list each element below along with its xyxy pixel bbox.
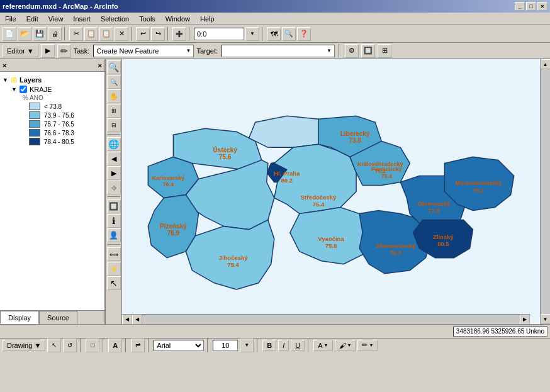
menu-edit[interactable]: Edit	[24, 14, 41, 24]
svg-text:Moravskoslezský: Moravskoslezský	[455, 180, 502, 186]
maximize-button[interactable]: □	[526, 2, 536, 11]
legend-item-4: 76.6 - 78.3	[29, 129, 102, 137]
font-color-button[interactable]: A ▼	[313, 340, 332, 351]
minimize-button[interactable]: _	[515, 2, 525, 11]
toc-close-button[interactable]: ×	[98, 62, 102, 69]
measure-tool[interactable]: ⟺	[107, 247, 121, 261]
copy-button[interactable]: 📋	[84, 27, 98, 41]
convert-button[interactable]: ⇌	[131, 339, 145, 352]
separator	[125, 339, 128, 352]
legend-label-2: 73.9 - 75.6	[44, 112, 74, 119]
menu-view[interactable]: View	[46, 14, 66, 24]
help-button[interactable]: ❓	[297, 27, 311, 41]
scroll-left-button[interactable]: ◀	[122, 315, 132, 325]
legend-item-2: 73.9 - 75.6	[29, 111, 102, 119]
italic-button[interactable]: I	[278, 340, 289, 351]
horizontal-scrollbar[interactable]: ◀ ◀ ▶	[122, 314, 530, 324]
editor-dropdown-button[interactable]: Editor ▼	[3, 45, 38, 57]
fixed-zoom-in-tool[interactable]: ⊞	[107, 104, 121, 118]
font-name-select[interactable]: Arial	[154, 340, 204, 351]
scroll-up-button[interactable]: ▲	[541, 59, 551, 69]
zoom-in-button[interactable]: 🔍	[282, 27, 296, 41]
identify-tool[interactable]: ℹ	[107, 214, 121, 228]
arrow-select-tool[interactable]: ↖	[107, 276, 121, 290]
sketch-props-button[interactable]: ⚙	[345, 44, 359, 58]
svg-text:80.5: 80.5	[437, 240, 449, 247]
target-dropdown[interactable]: ▼	[222, 45, 335, 57]
drawing-toolbar: Drawing ▼ ↖ ↺ □ A ⇌ Arial ▼ B I U A ▼ 🖌 …	[0, 338, 550, 352]
scroll-down-button[interactable]: ▼	[541, 314, 551, 324]
fill-color-button[interactable]: 🖌 ▼	[335, 340, 356, 351]
toc-body: ▼ ⊞ Layers ▼ KRAJE % ANO < 73.8	[0, 72, 104, 310]
table-of-contents: × × ▼ ⊞ Layers ▼ KRAJE % ANO	[0, 59, 106, 324]
bold-button[interactable]: B	[262, 340, 276, 351]
task-dropdown[interactable]: Create New Feature ▼	[93, 45, 194, 57]
rectangle-draw-button[interactable]: □	[86, 339, 99, 352]
vertical-scrollbar[interactable]: ▲ ▼	[540, 59, 550, 324]
arrow-select-draw-button[interactable]: ↖	[47, 339, 61, 352]
open-button[interactable]: 📂	[18, 27, 31, 41]
legend-label-5: 78.4 - 80.5	[44, 138, 74, 145]
tab-source[interactable]: Source	[39, 311, 77, 324]
scroll-right-button[interactable]: ▶	[520, 315, 530, 325]
separator	[167, 27, 170, 41]
add-data-button[interactable]: ✚	[172, 27, 186, 41]
globe-tool[interactable]: 🌐	[107, 137, 121, 151]
legend-swatch-4	[29, 129, 40, 137]
forward-tool[interactable]: ▶	[107, 166, 121, 180]
vertex-button[interactable]: 🔲	[361, 44, 375, 58]
drawing-dropdown-button[interactable]: Drawing ▼	[3, 340, 45, 351]
zoom-in-tool[interactable]: 🔍	[107, 60, 121, 74]
magnify-tool[interactable]: 🔲	[107, 199, 121, 213]
topology-button[interactable]: ⊞	[378, 44, 391, 58]
pan-tool[interactable]: ✋	[107, 89, 121, 103]
menu-tools[interactable]: Tools	[137, 14, 158, 24]
window-controls[interactable]: _ □ ×	[515, 2, 547, 11]
cut-button[interactable]: ✂	[69, 27, 83, 41]
new-button[interactable]: 📄	[3, 27, 16, 41]
legend-label-3: 75.7 - 76.5	[44, 121, 74, 128]
svg-text:75.8: 75.8	[325, 242, 337, 249]
legend-swatch-2	[29, 111, 40, 119]
redo-button[interactable]: ↪	[151, 27, 165, 41]
svg-text:75.4: 75.4	[227, 261, 239, 268]
hyperlink-tool[interactable]: ⚡	[107, 262, 121, 276]
back-tool[interactable]: ◀	[107, 152, 121, 165]
svg-text:Olomoucký: Olomoucký	[417, 200, 451, 207]
undo-button[interactable]: ↩	[136, 27, 150, 41]
svg-marker-5	[186, 160, 274, 229]
menu-file[interactable]: File	[3, 14, 19, 24]
sketch-tool-button[interactable]: ▶	[41, 44, 55, 58]
edit-tool-button[interactable]: ✏	[57, 44, 71, 58]
scroll-right-button-1[interactable]: ◀	[132, 315, 142, 325]
expand-icon[interactable]: ▼	[3, 77, 8, 83]
rotate-button[interactable]: ↺	[63, 339, 77, 352]
paste-button[interactable]: 📋	[99, 27, 113, 41]
menu-window[interactable]: Window	[163, 14, 193, 24]
save-button[interactable]: 💾	[33, 27, 47, 41]
map-viewport[interactable]: Liberecký 73.8 Ústecký 75.6 Karlovarský …	[122, 59, 540, 324]
map-svg: Liberecký 73.8 Ústecký 75.6 Karlovarský …	[122, 59, 540, 324]
close-button[interactable]: ×	[537, 2, 547, 11]
tab-display[interactable]: Display	[0, 311, 39, 324]
app-title: referendum.mxd - ArcMap - ArcInfo	[3, 3, 118, 10]
zoom-to-full-button[interactable]: 🗺	[267, 27, 281, 41]
print-button[interactable]: 🖨	[48, 27, 62, 41]
underline-button[interactable]: U	[291, 340, 305, 351]
menu-selection[interactable]: Selection	[98, 14, 132, 24]
menu-insert[interactable]: Insert	[70, 14, 93, 24]
menu-help[interactable]: Help	[198, 14, 217, 24]
search-tool[interactable]: 👤	[107, 228, 121, 242]
zoom-out-tool[interactable]: 🔍	[107, 75, 121, 89]
layer-expand-icon[interactable]: ▼	[11, 86, 17, 92]
font-size-dropdown[interactable]: ▼	[240, 339, 254, 352]
line-color-button[interactable]: ✏ ▼	[357, 340, 378, 351]
scale-dropdown[interactable]: ▼	[245, 27, 259, 41]
font-size-input[interactable]	[213, 340, 238, 351]
layer-visibility-checkbox[interactable]	[20, 86, 27, 93]
delete-button[interactable]: ✕	[115, 27, 128, 41]
select-tool[interactable]: ⊹	[107, 181, 121, 194]
scale-input[interactable]	[194, 28, 244, 40]
text-draw-button[interactable]: A	[108, 339, 122, 352]
fixed-zoom-out-tool[interactable]: ⊟	[107, 118, 121, 132]
